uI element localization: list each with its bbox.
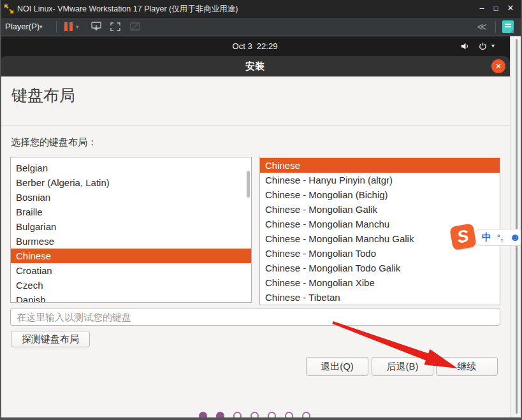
power-icon[interactable] — [478, 41, 488, 54]
variant-option[interactable]: Chinese - Mongolian Galik — [260, 202, 500, 217]
back-button[interactable]: 后退(B) — [372, 357, 433, 376]
volume-icon[interactable] — [460, 41, 470, 54]
suspend-vm-button[interactable] — [64, 22, 73, 31]
layout-list-scrollbar[interactable] — [247, 171, 250, 198]
layout-option[interactable]: Czech — [11, 278, 251, 293]
sogou-toolbar: 中 °, ☻ — [472, 229, 522, 246]
quit-button[interactable]: 退出(Q) — [306, 357, 368, 376]
variant-option[interactable]: Chinese - Mongolian Xibe — [260, 275, 500, 290]
variant-option[interactable]: Chinese - Hanyu Pinyin (altgr) — [260, 173, 500, 187]
select-layout-label: 选择您的键盘布局： — [11, 136, 97, 148]
collapse-toolbar-button[interactable]: ≪ — [477, 18, 486, 36]
toolbar-separator — [495, 21, 496, 33]
suspend-dropdown-arrow-icon[interactable]: ▾ — [76, 18, 79, 36]
variant-option[interactable]: Chinese - Mongolian Todo Galik — [260, 261, 500, 275]
library-panel-icon[interactable] — [502, 20, 514, 33]
sogou-logo-icon[interactable]: S — [449, 223, 477, 250]
layout-option[interactable]: Belgian — [11, 161, 251, 175]
vmware-toolbar: Player(P) ▾ ▾ ≪ — [0, 18, 522, 36]
keyboard-test-input[interactable] — [10, 308, 500, 326]
installer-title: 安装 — [0, 56, 510, 76]
gnome-topbar: Oct 3 22:29 ▾ — [0, 36, 510, 56]
layout-option[interactable]: Bulgarian — [11, 219, 251, 234]
layout-option[interactable]: Chinese — [11, 249, 251, 263]
minimize-button[interactable]: – — [474, 0, 489, 18]
layout-option[interactable]: Berber (Algeria, Latin) — [11, 175, 251, 190]
fullscreen-icon[interactable] — [109, 21, 122, 35]
ime-punctuation-icon[interactable]: °, — [497, 233, 504, 242]
toolbar-separator — [56, 21, 57, 33]
player-menu[interactable]: Player(P) — [5, 18, 40, 36]
variant-option[interactable]: Chinese - Tibetan — [260, 290, 500, 305]
maximize-button[interactable]: □ — [488, 0, 504, 18]
vmware-player-window: NOI Linux- VMware Workstation 17 Player … — [0, 0, 522, 420]
window-title: NOI Linux- VMware Workstation 17 Player … — [17, 0, 238, 18]
installer-titlebar: 安装 ✕ — [0, 56, 510, 76]
vertical-scrollbar[interactable] — [516, 39, 518, 414]
layout-option[interactable]: Danish — [11, 293, 251, 303]
continue-button[interactable]: 继续 — [436, 357, 498, 376]
window-border — [0, 417, 522, 420]
variant-option[interactable]: Chinese - Mongolian (Bichig) — [260, 187, 500, 202]
ime-mode-chinese[interactable]: 中 — [482, 231, 491, 243]
unity-mode-icon-disabled — [129, 21, 141, 35]
close-window-button[interactable]: ✕ — [503, 0, 518, 18]
layout-option[interactable]: Croatian — [11, 263, 251, 278]
page-title: 键盘布局 — [11, 85, 75, 106]
detect-layout-button[interactable]: 探测键盘布局 — [11, 331, 90, 347]
variant-option[interactable]: Chinese — [260, 158, 500, 173]
divider — [0, 125, 510, 126]
clock[interactable]: Oct 3 22:29 — [0, 36, 510, 56]
guest-display: Oct 3 22:29 ▾ 安装 ✕ 键盘布局 选择您的 — [0, 36, 510, 418]
vmware-titlebar: NOI Linux- VMware Workstation 17 Player … — [0, 0, 522, 18]
system-menu-arrow-icon[interactable]: ▾ — [491, 36, 495, 56]
window-border — [0, 0, 1, 420]
layout-option[interactable]: Bosnian — [11, 190, 251, 205]
ime-emoji-icon[interactable]: ☻ — [509, 232, 521, 243]
layout-option[interactable]: Braille — [11, 205, 251, 219]
vmware-logo-icon — [4, 4, 14, 14]
player-menu-arrow-icon[interactable]: ▾ — [40, 18, 43, 36]
send-ctrl-alt-del-icon[interactable] — [90, 21, 103, 35]
installer-close-button[interactable]: ✕ — [491, 59, 505, 73]
layout-option[interactable]: Burmese — [11, 234, 251, 249]
keyboard-layout-list[interactable]: BelgianBerber (Algeria, Latin)BosnianBra… — [10, 157, 252, 303]
